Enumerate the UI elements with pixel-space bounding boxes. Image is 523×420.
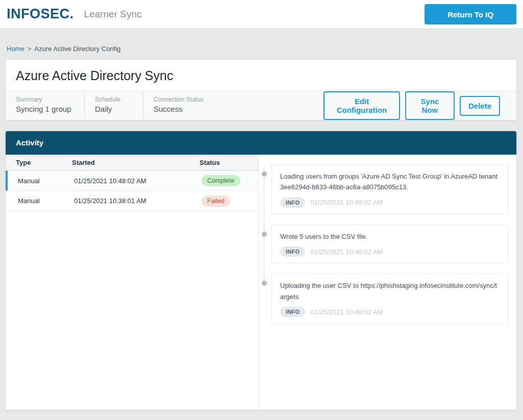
- log-entry: Loading users from groups 'Azure AD Sync…: [271, 164, 508, 214]
- config-card: Azure Active Directory Sync Summary Sync…: [5, 59, 517, 120]
- column-header-status: Status: [200, 159, 258, 166]
- activity-panel: Activity Type Started Status Manual 01/2…: [5, 131, 517, 410]
- timeline-dot-icon: [262, 281, 267, 286]
- stat-label: Connection Status: [154, 96, 313, 103]
- infosec-logo: INFOSEC.: [7, 6, 74, 22]
- log-timestamp: 01/25/2021 10:48:02 AM: [310, 199, 383, 206]
- row-started: 01/25/2021 10:48:02 AM: [74, 177, 202, 185]
- log-level-badge: INFO: [280, 246, 305, 257]
- page-title: Azure Active Directory Sync: [6, 60, 516, 91]
- stat-value: Syncing 1 group: [16, 105, 74, 113]
- log-message: Wrote 5 users to the CSV file.: [280, 231, 500, 242]
- timeline-dot-icon: [262, 232, 267, 237]
- stat-cell: Summary Syncing 1 group: [6, 91, 85, 120]
- app-header: INFOSEC. Learner Sync Return To IQ: [0, 0, 523, 29]
- activity-panel-header: Activity: [6, 131, 516, 155]
- app-title: Learner Sync: [84, 9, 142, 20]
- return-to-iq-button[interactable]: Return To IQ: [425, 4, 516, 24]
- stat-label: Schedule: [95, 96, 133, 103]
- log-timestamp: 01/25/2021 10:48:02 AM: [310, 248, 383, 256]
- log-level-badge: INFO: [280, 197, 305, 208]
- config-actions: Edit Configuration Sync Now Delete: [323, 91, 516, 120]
- timeline-dot-icon: [262, 171, 267, 177]
- breadcrumb: Home>Azure Active Directory Config: [0, 29, 523, 59]
- stat-label: Summary: [16, 96, 74, 103]
- log-message: Loading users from groups 'Azure AD Sync…: [280, 171, 500, 193]
- table-row[interactable]: Manual 01/25/2021 10:48:02 AM Complete: [6, 170, 258, 191]
- stat-cell: Connection Status Success: [143, 91, 323, 120]
- row-started: 01/25/2021 10:38:01 AM: [74, 197, 202, 205]
- log-meta: INFO 01/25/2021 10:48:02 AM: [280, 246, 500, 257]
- activity-table: Type Started Status Manual 01/25/2021 10…: [6, 155, 259, 410]
- sync-now-button[interactable]: Sync Now: [405, 91, 455, 120]
- row-type: Manual: [18, 197, 74, 205]
- log-message: Uploading the user CSV to https://phishs…: [280, 280, 500, 302]
- stat-cell: Schedule Daily: [85, 91, 143, 120]
- stat-value: Daily: [95, 105, 133, 113]
- activity-panel-body: Type Started Status Manual 01/25/2021 10…: [6, 155, 516, 410]
- column-header-started: Started: [72, 159, 200, 166]
- log-meta: INFO 01/25/2021 10:48:02 AM: [280, 197, 500, 208]
- table-row[interactable]: Manual 01/25/2021 10:38:01 AM Failed: [6, 191, 258, 211]
- breadcrumb-home-link[interactable]: Home: [7, 45, 24, 53]
- log-meta: INFO 01/25/2021 10:48:02 AM: [280, 307, 500, 317]
- log-entry: Wrote 5 users to the CSV file. INFO 01/2…: [271, 225, 508, 263]
- breadcrumb-separator-icon: >: [28, 45, 32, 53]
- log-level-badge: INFO: [280, 307, 305, 317]
- log-timeline: Loading users from groups 'Azure AD Sync…: [271, 164, 508, 324]
- edit-configuration-button[interactable]: Edit Configuration: [323, 91, 400, 120]
- log-timestamp: 01/25/2021 10:48:02 AM: [310, 308, 383, 316]
- stat-value: Success: [154, 105, 313, 113]
- row-type: Manual: [18, 177, 74, 185]
- breadcrumb-current: Azure Active Directory Config: [34, 45, 120, 53]
- status-badge: Complete: [202, 175, 240, 186]
- delete-button[interactable]: Delete: [460, 96, 500, 116]
- activity-log: Loading users from groups 'Azure AD Sync…: [259, 155, 516, 410]
- table-header-row: Type Started Status: [6, 155, 258, 170]
- log-entry: Uploading the user CSV to https://phishs…: [271, 274, 508, 324]
- config-stats-bar: Summary Syncing 1 group Schedule Daily C…: [6, 91, 516, 120]
- activity-title: Activity: [16, 138, 43, 147]
- status-badge: Failed: [202, 195, 230, 207]
- column-header-type: Type: [16, 159, 72, 166]
